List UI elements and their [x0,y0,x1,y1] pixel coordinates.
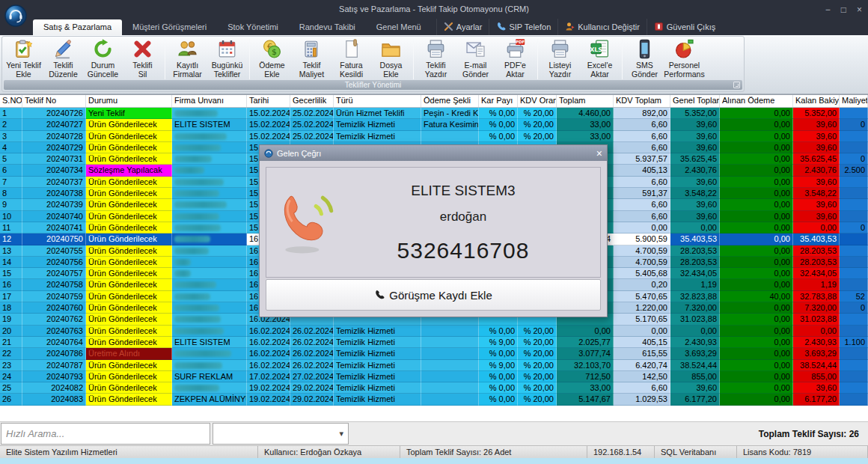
redacted-company-name [174,144,221,151]
column-header-tarihi[interactable]: Tarihi [247,95,290,107]
cell-kdvt: 6,60 [614,119,670,130]
cell-kdvo: % 20,00 [518,371,557,382]
redacted-company-name [174,350,231,357]
column-header-kalan[interactable]: Kalan Bakiye [793,95,840,107]
column-header-toplam[interactable]: Toplam [557,95,614,107]
cell-sno: 6 [0,165,22,176]
yeni-teklif-ekle-button[interactable]: Yeni TeklifEkle [4,37,43,80]
column-header-genel[interactable]: Genel Toplam [670,95,720,107]
tab-sat-pazarlama[interactable]: Satış & Pazarlama [33,19,122,35]
maximize-button[interactable]: □ [841,4,846,15]
table-row[interactable]: 320240728Ürün Gönderilecek15.02.202425.0… [0,131,868,142]
pdf-icon: PDF [504,38,526,61]
teklif-maliyet-button[interactable]: TeklifMaliyet [292,37,331,80]
cell-genel: 2.430,93 [670,337,720,348]
cell-alinan: 0,00 [720,142,793,153]
column-header-durum[interactable]: Durumu [86,95,172,107]
cell-genel: 39,60 [670,382,720,394]
close-button[interactable]: × [857,4,862,15]
cell-alinan: 40,00 [720,291,793,302]
column-header-sno[interactable]: S.NO [0,95,22,107]
tab-randevu-takibi[interactable]: Randevu Takibi [289,19,366,35]
cell-sno: 8 [0,188,22,199]
personel-performans-button[interactable]: PersonelPerformans [664,37,704,80]
column-header-maliyet[interactable]: Maliyet [840,95,868,107]
ribbon-separator [249,39,250,79]
printer-icon [549,38,571,61]
menu-action-g-venli-k-[interactable]: Güvenli Çıkış [647,19,722,35]
sms-g-nder-button[interactable]: SMSGönder [625,37,664,80]
column-header-no[interactable]: Teklif No [22,95,86,107]
cell-turu: Temizlik Hizmeti [334,326,421,337]
table-row[interactable]: 252024082Ürün Gönderilecek19.02.202429.0… [0,382,868,394]
cell-toplam: 33,00 [557,119,614,130]
cell-no: 2024083 [22,394,86,405]
column-header-turu[interactable]: Türü [334,95,421,107]
table-row[interactable]: 120240726Yeni Teklif15.02.202425.02.2024… [0,108,868,119]
fatura-kesildi-button[interactable]: FaturaKesildi [331,37,371,80]
cell-kdvt: 6,60 [614,199,670,210]
column-header-odeme[interactable]: Ödeme Şekli [421,95,479,107]
cell-kalan: 855,00 [793,371,840,382]
cell-turu: Temizlik Hizmeti [334,337,421,348]
kay-tl-firmalar-button[interactable]: KayıtlıFirmalar [168,37,207,80]
tab-stok-y-netimi[interactable]: Stok Yönetimi [217,19,289,35]
tab-m-teri-g-r-meleri[interactable]: Müşteri Görüşmeleri [122,19,217,35]
cell-kalan: 5.352,00 [793,108,840,119]
calendar-icon [216,38,238,61]
dosya-ekle-button[interactable]: DosyaEkle [371,37,411,80]
redacted-company-name [174,201,227,208]
e-mail-g-nder-button[interactable]: E-mailGönder [456,37,495,80]
table-row[interactable]: 2220240786Üretime Alındı16.02.202426.02.… [0,348,868,359]
teklifi-sil-button[interactable]: TeklifiSil [123,37,162,80]
group-dialog-launcher-icon[interactable] [733,82,740,88]
column-header-kdvo[interactable]: KDV Oranı [518,95,557,107]
menu-action-sip-telefon[interactable]: SIP Telefon [489,19,557,35]
cell-kalan: 35.625,45 [793,153,840,165]
bug-nk-teklifler-button[interactable]: BugünküTeklifler [207,37,247,80]
cell-no: 20240729 [22,142,86,153]
column-header-firma[interactable]: Firma Unvanı [172,95,247,107]
teklifi-d-zenle-button[interactable]: TeklifiDüzenle [43,37,83,80]
filter-combobox[interactable]: ▾ [213,423,349,445]
statusbar-item: Toplam Teklif Sayısı: 26 Adet [400,446,587,458]
tab-genel-men-[interactable]: Genel Menü [366,19,432,35]
quick-search-input[interactable] [1,423,210,445]
cell-sno: 2 [0,119,22,130]
table-row[interactable]: 2420240793Ürün GönderilecekSURF REKLAM17… [0,371,868,382]
redacted-company-name [174,259,191,266]
table-row[interactable]: 220240727Ürün GönderilecekELITE SISTEM15… [0,119,868,130]
table-row[interactable]: 2320240787Ürün Gönderilecek16.02.202426.… [0,360,868,371]
cell-no: 20240763 [22,326,86,337]
column-header-kar[interactable]: Kar Payı [479,95,518,107]
table-row[interactable]: 2120240764Ürün GönderilecekELITE SISTEM1… [0,337,868,348]
dialog-close-icon[interactable]: × [596,148,602,159]
minimize-button[interactable]: − [825,4,831,15]
cell-gec: 25.02.2024 [290,108,334,119]
cell-turu: Temizlik Hizmeti [334,371,421,382]
cell-firma [172,268,247,279]
add-call-record-button[interactable]: Görüşme Kaydı Ekle [266,279,601,311]
listeyi-yazd-r-button[interactable]: ListeyiYazdır [540,37,580,80]
column-header-kdvt[interactable]: KDV Toplam [614,95,670,107]
cell-sno: 7 [0,177,22,188]
durum-g-ncelle-button[interactable]: DurumGüncelle [83,37,123,80]
cell-kalan: 0,00 [793,222,840,233]
cell-firma: ZEKPEN ALÜMİNYUM [172,394,247,405]
table-row[interactable]: 262024083Ürün GönderilecekZEKPEN ALÜMİNY… [0,394,868,405]
menu-action-ayarlar[interactable]: Ayarlar [436,19,489,35]
table-row[interactable]: 2020240763Ürün Gönderilecek16.02.202426.… [0,326,868,337]
column-header-alinan[interactable]: Alınan Ödeme [720,95,793,107]
pdf-e-aktar-button[interactable]: PDFPDF'eAktar [495,37,535,80]
cell-turu: Temizlik Hizmeti [334,119,421,130]
cell-kar: % 0,00 [479,394,518,405]
cell-kalan: 39,60 [793,142,840,153]
excel-e-aktar-button[interactable]: XLSExcel'eAktar [580,37,620,80]
-deme-ekle-button[interactable]: €$ÖdemeEkle [252,37,292,80]
menu-action-kullan-c-de-i-tir[interactable]: Kullanıcı Değiştir [557,19,647,35]
cell-alinan: 0,00 [720,108,793,119]
teklifi-yazd-r-button[interactable]: TeklifiYazdır [416,37,456,80]
column-header-gec[interactable]: Gecerlilik [290,95,334,107]
redacted-company-name [174,190,219,197]
cell-turu: Temizlik Hizmeti [334,382,421,394]
